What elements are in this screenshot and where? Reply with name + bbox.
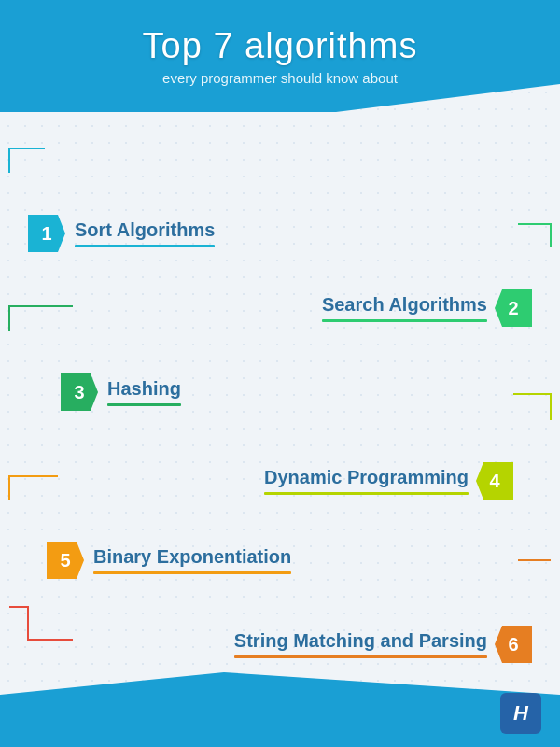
- algo-item-1: 1Sort Algorithms: [28, 215, 215, 252]
- algo-item-5: 5Binary Exponentiation: [47, 542, 291, 579]
- algo-item-2: Search Algorithms2: [322, 289, 532, 327]
- algo-badge-2: 2: [495, 289, 532, 327]
- algo-underline-6: [234, 655, 487, 658]
- algo-badge-5: 5: [47, 542, 84, 579]
- algo-badge-3: 3: [61, 374, 98, 411]
- page-subtitle: every programmer should know about: [162, 70, 398, 86]
- algo-label-3: Hashing: [107, 378, 181, 400]
- algo-item-3: 3Hashing: [61, 374, 181, 411]
- algo-item-6: String Matching and Parsing6: [234, 626, 532, 663]
- algo-underline-3: [107, 403, 181, 406]
- algo-badge-1: 1: [28, 215, 65, 252]
- algo-badge-4: 4: [476, 462, 513, 500]
- algo-underline-2: [322, 319, 487, 322]
- algo-underline-5: [93, 571, 291, 574]
- algorithms-container: 1Sort AlgorithmsSearch Algorithms23Hashi…: [0, 93, 560, 672]
- algo-label-6: String Matching and Parsing: [234, 630, 487, 652]
- algo-underline-1: [75, 245, 215, 247]
- algo-label-5: Binary Exponentiation: [93, 546, 291, 568]
- algo-label-1: Sort Algorithms: [75, 219, 215, 241]
- algo-underline-4: [264, 492, 469, 495]
- algo-label-2: Search Algorithms: [322, 294, 487, 316]
- algo-label-4: Dynamic Programming: [264, 467, 469, 488]
- algo-item-4: Dynamic Programming4: [264, 462, 513, 500]
- footer-logo: H: [500, 693, 541, 734]
- algo-badge-6: 6: [495, 626, 532, 663]
- page-title: Top 7 algorithms: [143, 26, 418, 66]
